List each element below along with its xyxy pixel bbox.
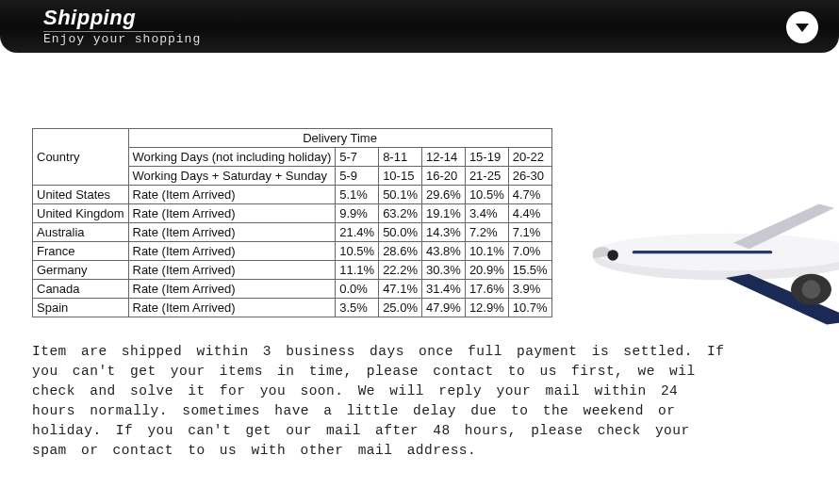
col: 12-14 xyxy=(422,148,466,167)
table-row: GermanyRate (Item Arrived)11.1%22.2%30.3… xyxy=(33,261,552,280)
rate-cell: 28.6% xyxy=(379,242,422,261)
col: 5-9 xyxy=(336,167,379,186)
country-cell: United States xyxy=(33,186,129,204)
rate-cell: 3.5% xyxy=(336,299,379,317)
rate-cell: 7.0% xyxy=(508,242,551,261)
country-cell: Spain xyxy=(33,299,129,317)
section-title: Shipping xyxy=(43,6,173,32)
rate-label-cell: Rate (Item Arrived) xyxy=(128,186,336,204)
table-row: United KingdomRate (Item Arrived)9.9%63.… xyxy=(33,204,552,223)
rate-label-cell: Rate (Item Arrived) xyxy=(128,242,336,261)
rate-cell: 31.4% xyxy=(422,280,466,299)
rate-cell: 14.3% xyxy=(422,223,466,242)
rate-cell: 3.4% xyxy=(465,204,508,223)
col: 5-7 xyxy=(336,148,379,167)
col: 20-22 xyxy=(508,148,551,167)
svg-marker-0 xyxy=(796,24,809,32)
rate-cell: 10.5% xyxy=(336,242,379,261)
country-header: Country xyxy=(33,129,129,186)
rate-cell: 17.6% xyxy=(465,280,508,299)
col: 26-30 xyxy=(508,167,551,186)
rate-cell: 22.2% xyxy=(379,261,422,280)
country-cell: United Kingdom xyxy=(33,204,129,223)
col: 8-11 xyxy=(379,148,422,167)
delivery-time-header: Delivery Time xyxy=(128,129,551,148)
rate-cell: 20.9% xyxy=(465,261,508,280)
rate-cell: 43.8% xyxy=(422,242,466,261)
chevron-down-icon xyxy=(794,19,811,36)
col: 10-15 xyxy=(379,167,422,186)
table-row: SpainRate (Item Arrived)3.5%25.0%47.9%12… xyxy=(33,299,552,317)
rate-cell: 9.9% xyxy=(336,204,379,223)
rate-cell: 21.4% xyxy=(336,223,379,242)
table-row: AustraliaRate (Item Arrived)21.4%50.0%14… xyxy=(33,223,552,242)
rate-cell: 12.9% xyxy=(465,299,508,317)
rate-cell: 5.1% xyxy=(336,186,379,204)
section-subtitle: Enjoy your shopping xyxy=(43,32,839,46)
country-cell: Canada xyxy=(33,280,129,299)
rate-cell: 4.7% xyxy=(508,186,551,204)
section-header: Shipping Enjoy your shopping xyxy=(0,0,839,53)
country-cell: Australia xyxy=(33,223,129,242)
rate-cell: 10.1% xyxy=(465,242,508,261)
rate-cell: 25.0% xyxy=(379,299,422,317)
col: 21-25 xyxy=(465,167,508,186)
table-row: FranceRate (Item Arrived)10.5%28.6%43.8%… xyxy=(33,242,552,261)
rate-cell: 0.0% xyxy=(336,280,379,299)
rate-cell: 15.5% xyxy=(508,261,551,280)
rate-cell: 10.5% xyxy=(465,186,508,204)
col: 16-20 xyxy=(422,167,466,186)
rate-cell: 29.6% xyxy=(422,186,466,204)
rate-label-cell: Rate (Item Arrived) xyxy=(128,223,336,242)
rate-cell: 50.1% xyxy=(379,186,422,204)
delivery-table: Country Delivery Time Working Days (not … xyxy=(32,128,552,317)
rate-cell: 7.2% xyxy=(465,223,508,242)
rate-cell: 3.9% xyxy=(508,280,551,299)
col: 15-19 xyxy=(465,148,508,167)
rate-cell: 30.3% xyxy=(422,261,466,280)
rate-cell: 47.9% xyxy=(422,299,466,317)
shipping-description: Item are shipped within 3 business days … xyxy=(32,342,730,461)
working-days-label: Working Days (not including holiday) xyxy=(128,148,336,167)
rate-cell: 50.0% xyxy=(379,223,422,242)
rate-cell: 63.2% xyxy=(379,204,422,223)
rate-cell: 19.1% xyxy=(422,204,466,223)
rate-label-cell: Rate (Item Arrived) xyxy=(128,204,336,223)
full-days-label: Working Days + Saturday + Sunday xyxy=(128,167,336,186)
rate-cell: 11.1% xyxy=(336,261,379,280)
rate-label-cell: Rate (Item Arrived) xyxy=(128,299,336,317)
rate-cell: 7.1% xyxy=(508,223,551,242)
table-row: CanadaRate (Item Arrived)0.0%47.1%31.4%1… xyxy=(33,280,552,299)
table-row: United StatesRate (Item Arrived)5.1%50.1… xyxy=(33,186,552,204)
country-cell: France xyxy=(33,242,129,261)
country-cell: Germany xyxy=(33,261,129,280)
rate-cell: 10.7% xyxy=(508,299,551,317)
rate-label-cell: Rate (Item Arrived) xyxy=(128,280,336,299)
rate-cell: 47.1% xyxy=(379,280,422,299)
collapse-button[interactable] xyxy=(786,11,818,43)
rate-cell: 4.4% xyxy=(508,204,551,223)
rate-label-cell: Rate (Item Arrived) xyxy=(128,261,336,280)
